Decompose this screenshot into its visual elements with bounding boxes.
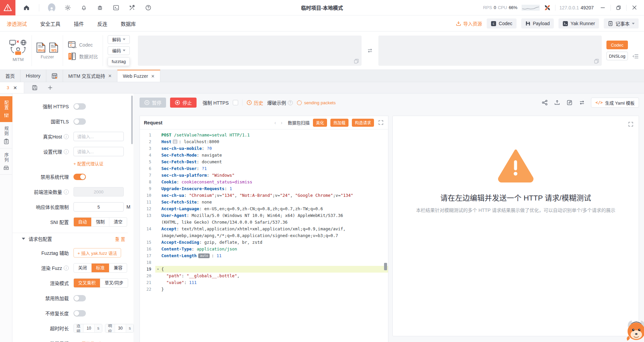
tab-web-fuzzer[interactable]: Web Fuzzer✕ — [117, 70, 160, 82]
codec-shortcut[interactable]: C</> Codec — [68, 41, 93, 49]
home-icon[interactable] — [23, 4, 30, 11]
stop-button[interactable]: 停止 — [170, 98, 197, 108]
editor-line[interactable]: 5Sec-Fetch-Dest: document — [140, 159, 388, 165]
segment-option[interactable]: 自动 — [74, 218, 91, 226]
force-https-toggle[interactable] — [73, 103, 86, 110]
editor-line[interactable]: 8Cookie: cookieconsent_status=dismiss — [140, 179, 388, 185]
editor-line[interactable]: 14Accept: text/html,application/xhtml+xm… — [140, 226, 388, 232]
side-tab-rules[interactable]: 规则 — [0, 122, 12, 149]
packet-scan-button[interactable]: 数据包扫描 — [288, 119, 310, 126]
codec-output-textarea[interactable] — [378, 36, 602, 66]
tools-icon[interactable] — [128, 4, 136, 11]
swap-panels-icon[interactable] — [365, 46, 375, 56]
menu-item-pentest[interactable]: 渗透测试 — [7, 20, 27, 27]
editor-scrollbar-thumb[interactable] — [384, 263, 387, 270]
segment-option[interactable]: 标准 — [91, 264, 109, 272]
codec-input-textarea[interactable] — [138, 36, 362, 66]
no-fix-length-toggle[interactable] — [73, 310, 86, 317]
tab-history[interactable]: History — [20, 70, 46, 82]
editor-line[interactable]: 22} — [140, 286, 388, 293]
fuzztag-button[interactable]: fuzztag — [108, 57, 130, 66]
hotload-button[interactable]: 热加载 — [330, 119, 348, 127]
response-limit-input[interactable] — [73, 202, 124, 212]
beautify-button[interactable]: 美化 — [313, 119, 327, 127]
batch-target-link[interactable]: + 配置批量目标 — [73, 340, 103, 342]
share-icon[interactable] — [541, 99, 548, 106]
editor-line[interactable]: 20 "path": "__globals__.bottle", — [140, 273, 388, 279]
fullscreen-icon[interactable] — [377, 119, 384, 126]
segment-option[interactable]: 清空 — [109, 218, 127, 226]
editor-line[interactable]: 2Host: localhost:8000 — [140, 138, 388, 145]
editor-line[interactable]: (KHTML, like Gecko) Chrome/134.0.0.0 Saf… — [140, 219, 388, 226]
yakit-logo-icon[interactable] — [0, 0, 15, 15]
minimize-button[interactable] — [598, 3, 608, 13]
save-fuzzer-icon[interactable] — [29, 82, 40, 93]
auto-length-badge[interactable]: auto — [198, 253, 210, 258]
editor-line[interactable]: 18 — [140, 259, 388, 266]
editor-line[interactable]: 3sec-ch-ua-mobile: ?0 — [140, 145, 388, 152]
notepad-app-button[interactable]: 记事本 — [604, 18, 639, 28]
help-icon[interactable] — [145, 4, 152, 11]
fullscreen-icon[interactable] — [627, 121, 634, 127]
user-avatar[interactable] — [48, 4, 55, 11]
settings-scrollbar[interactable] — [131, 96, 133, 144]
copy-icon[interactable] — [354, 59, 359, 64]
notification-bell-icon[interactable] — [80, 4, 88, 11]
menu-item-reverse[interactable]: 反连 — [97, 20, 107, 27]
editor-line[interactable]: 7sec-ch-ua-platform: "Windows" — [140, 172, 388, 179]
dnslog-mode-button[interactable]: DNSLog — [606, 52, 628, 60]
side-tab-config[interactable]: 配置 — [0, 96, 12, 122]
blast-example-button[interactable]: 爆破示例 ? — [267, 99, 293, 106]
disable-system-proxy-toggle[interactable] — [73, 174, 86, 180]
gmtls-toggle[interactable] — [73, 118, 86, 125]
editor-line[interactable]: 6Sec-Fetch-User: ?1 — [140, 165, 388, 172]
real-host-input[interactable] — [73, 132, 124, 141]
encode-dropdown[interactable]: 编码 — [108, 46, 130, 55]
fuzzer-subtab-3[interactable]: 3 ✕ — [0, 82, 24, 93]
close-tab-icon[interactable]: ✕ — [151, 74, 155, 79]
force-https-checkbox[interactable] — [233, 100, 238, 105]
copy-icon[interactable] — [594, 59, 599, 64]
decode-dropdown[interactable]: 解码 — [108, 35, 130, 44]
segment-option[interactable]: 交叉乘积 — [74, 279, 100, 287]
bug-icon[interactable] — [96, 4, 104, 11]
settings-gear-icon[interactable] — [64, 4, 71, 11]
side-tab-sequence[interactable]: 序列 — [0, 149, 12, 175]
prev-page-icon[interactable]: ‹ — [274, 120, 277, 125]
editor-line[interactable]: 15Accept-Encoding: gzip, deflate, br, zs… — [140, 239, 388, 246]
connect-timeout-input[interactable]: 10 — [83, 324, 95, 332]
collapse-chevron-icon[interactable] — [22, 238, 25, 240]
editor-line[interactable]: 4Sec-Fetch-Mode: navigate — [140, 152, 388, 159]
yakit-mascot[interactable] — [625, 317, 644, 342]
segment-option[interactable]: 兼容 — [109, 264, 127, 272]
switch-view-icon[interactable] — [579, 99, 585, 106]
connect-timeout-group[interactable]: 连接 10 s — [73, 324, 102, 333]
editor-line[interactable]: 11Sec-Fetch-Site: none — [140, 199, 388, 206]
segment-option[interactable]: 关闭 — [74, 264, 91, 272]
next-page-icon[interactable]: › — [280, 120, 283, 125]
editor-line[interactable]: 1POST /setValue?name=setval HTTP/1.1 — [140, 132, 388, 138]
close-button[interactable] — [629, 3, 639, 13]
close-subtab-icon[interactable]: ✕ — [13, 85, 17, 91]
editor-line[interactable]: 21 "value": 111 — [140, 279, 388, 286]
editor-line[interactable]: 12Accept-Language: en-US,en;q=0.9,zh-CN;… — [140, 206, 388, 212]
segment-option[interactable]: 草叉/同步 — [100, 279, 128, 287]
tab-mitm[interactable]: MITM 交互式劫持✕ — [63, 70, 118, 82]
generate-yaml-button[interactable]: </> 生成 Yaml 模板 — [591, 98, 639, 108]
collapse-list-icon[interactable] — [632, 53, 639, 60]
editor-line[interactable]: 16Content-Type: application/json — [140, 246, 388, 252]
close-tab-icon[interactable]: ✕ — [108, 73, 112, 78]
edit-icon[interactable] — [566, 99, 573, 106]
pinwheel-engine-icon[interactable] — [544, 4, 551, 11]
editor-line[interactable]: 10sec-ch-ua: "Chromium";v="134", "Not:A-… — [140, 192, 388, 199]
editor-line[interactable]: 9Upgrade-Insecure-Requests: 1 — [140, 185, 388, 192]
reset-link[interactable]: 重置 — [115, 236, 126, 242]
import-resource-link[interactable]: 导入资源 — [456, 20, 482, 27]
restore-button[interactable] — [613, 3, 624, 13]
terminal-icon[interactable] — [112, 4, 120, 11]
editor-line[interactable]: image/webp,image/apng,*/*;q=0.8,applicat… — [140, 232, 388, 239]
build-request-button[interactable]: 构造请求 — [352, 119, 374, 127]
mitm-shortcut[interactable]: MITM — [5, 35, 32, 66]
proxy-auth-link[interactable]: + 配置代理认证 — [73, 160, 103, 167]
editor-line[interactable]: 19▾{ — [140, 266, 388, 273]
